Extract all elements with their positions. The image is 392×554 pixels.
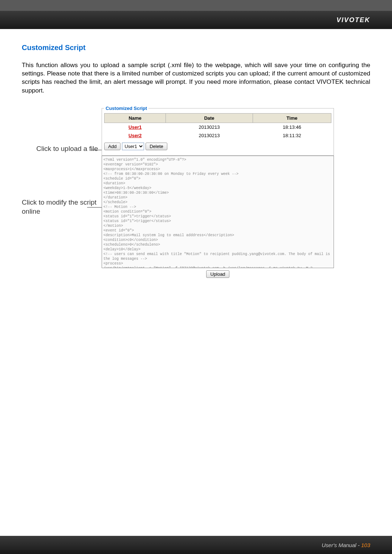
customized-script-panel: Customized Script Name Date Time User1 2…	[102, 106, 334, 156]
panel-legend: Customized Script	[104, 106, 148, 111]
footer-page: 103	[361, 542, 370, 548]
cell-time: 18:13:46	[253, 123, 331, 131]
panel-column: Customized Script Name Date Time User1 2…	[102, 106, 334, 278]
section-title: Customized Script	[22, 44, 370, 52]
user-link[interactable]: User2	[128, 133, 142, 138]
header-bar: VIVOTEK	[0, 11, 392, 29]
figure-wrap: Click to upload a file Click to modify t…	[22, 106, 370, 278]
arrow-line-2	[87, 207, 102, 208]
arrow-line-1	[91, 150, 102, 150]
cell-date: 20130213	[166, 123, 253, 131]
upload-row: Upload	[102, 270, 334, 278]
add-button[interactable]: Add	[104, 143, 121, 150]
page-top-strip	[0, 0, 392, 11]
upload-button[interactable]: Upload	[206, 270, 229, 278]
user-select[interactable]: User1	[122, 143, 144, 150]
col-name: Name	[105, 113, 166, 123]
footer-text-label: User's Manual -	[322, 542, 361, 548]
annotation-column: Click to upload a file Click to modify t…	[22, 106, 102, 272]
footer-bar: User's Manual - 103	[0, 536, 392, 554]
table-row: User2 20130213 18:11:32	[105, 131, 331, 140]
brand-label: VIVOTEK	[336, 16, 370, 24]
user-link[interactable]: User1	[128, 124, 142, 130]
script-editor[interactable]: <?xml version="1.0" encoding="UTF-8"?> <…	[102, 156, 334, 268]
col-time: Time	[253, 113, 331, 123]
annotation-upload: Click to upload a file	[36, 145, 98, 153]
page-content: Customized Script This function allows y…	[0, 29, 392, 278]
col-date: Date	[166, 113, 253, 123]
footer-label: User's Manual - 103	[322, 542, 370, 548]
annotation-modify: Click to modify the script online	[22, 198, 98, 216]
button-row: Add User1 Delete	[104, 143, 331, 150]
cell-time: 18:11:32	[253, 131, 331, 140]
script-table: Name Date Time User1 20130213 18:13:46 U…	[104, 113, 331, 140]
section-body: This function allows you to upload a sam…	[22, 61, 370, 95]
cell-date: 20130213	[166, 131, 253, 140]
delete-button[interactable]: Delete	[146, 143, 167, 150]
table-row: User1 20130213 18:13:46	[105, 123, 331, 131]
